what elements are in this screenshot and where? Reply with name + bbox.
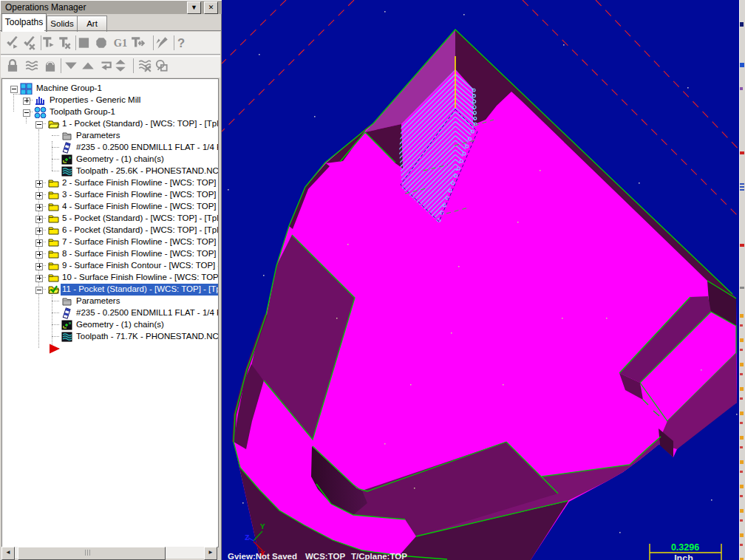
svg-text:T/Cplane:TOP: T/Cplane:TOP bbox=[351, 552, 407, 560]
svg-text:0.3296: 0.3296 bbox=[671, 542, 699, 553]
svg-text:WCS:TOP: WCS:TOP bbox=[305, 552, 345, 560]
svg-text:Inch: Inch bbox=[674, 553, 693, 560]
svg-text:Gview:Not Saved: Gview:Not Saved bbox=[228, 552, 297, 560]
svg-text:?: ? bbox=[177, 36, 185, 50]
svg-text:G1: G1 bbox=[114, 37, 127, 49]
svg-text:Y: Y bbox=[260, 522, 265, 531]
svg-text:Z: Z bbox=[245, 533, 250, 542]
